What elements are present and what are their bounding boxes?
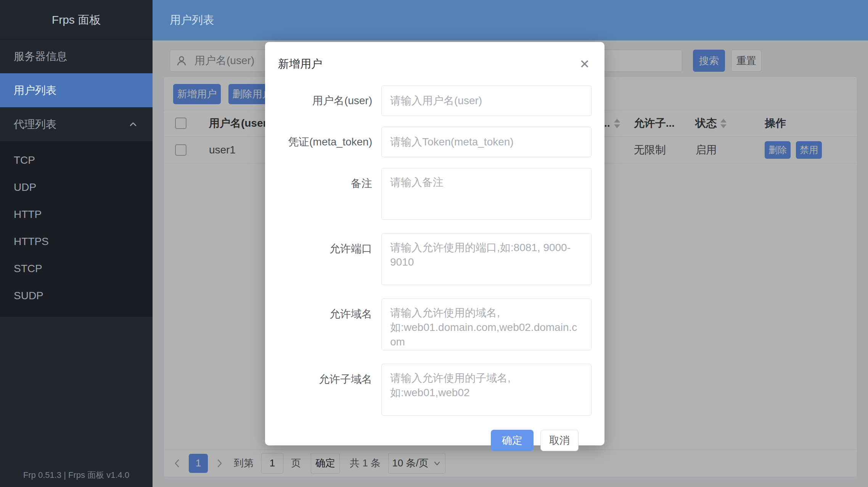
- field-label: 备注: [265, 168, 381, 223]
- allow-subdomains-textarea[interactable]: [381, 364, 592, 416]
- allow-domains-textarea[interactable]: [381, 298, 592, 350]
- proxy-submenu: TCP UDP HTTP HTTPS STCP SUDP: [0, 141, 153, 317]
- dialog-body: 用户名(user) 凭证(meta_token) 备注 允许端口 允许域名 允许: [265, 76, 604, 451]
- version-text: Frp 0.51.3 | Frps 面板 v1.4.0: [0, 469, 153, 481]
- field-label: 用户名(user): [265, 85, 381, 116]
- dialog-header: 新增用户 ✕: [265, 42, 604, 76]
- sidebar-item-label: SUDP: [14, 290, 43, 302]
- sidebar-item-stcp[interactable]: STCP: [0, 255, 153, 282]
- sidebar-item-label: STCP: [14, 263, 42, 275]
- app-root: Frps 面板 服务器信息 用户列表 代理列表 TCP UDP HTTP HTT…: [0, 0, 868, 487]
- topbar: 用户列表: [153, 0, 868, 40]
- token-input[interactable]: [381, 127, 592, 157]
- sidebar-item-proxy-list[interactable]: 代理列表: [0, 107, 153, 141]
- cancel-button[interactable]: 取消: [540, 430, 579, 451]
- add-user-dialog: 新增用户 ✕ 用户名(user) 凭证(meta_token) 备注 允许端口: [265, 42, 604, 445]
- allow-domains-field-row: 允许域名: [265, 298, 592, 353]
- sidebar: Frps 面板 服务器信息 用户列表 代理列表 TCP UDP HTTP HTT…: [0, 0, 153, 487]
- sidebar-item-label: UDP: [14, 181, 36, 194]
- allow-subdomains-field-row: 允许子域名: [265, 364, 592, 418]
- app-title: Frps 面板: [0, 0, 153, 39]
- ok-button[interactable]: 确定: [491, 430, 534, 451]
- allow-ports-textarea[interactable]: [381, 233, 592, 285]
- dialog-title: 新增用户: [278, 56, 578, 72]
- sidebar-item-https[interactable]: HTTPS: [0, 228, 153, 255]
- username-input[interactable]: [381, 85, 592, 116]
- sidebar-item-label: HTTP: [14, 208, 42, 221]
- sidebar-item-udp[interactable]: UDP: [0, 174, 153, 201]
- allow-ports-field-row: 允许端口: [265, 233, 592, 288]
- username-field-row: 用户名(user): [265, 85, 592, 116]
- sidebar-item-http[interactable]: HTTP: [0, 201, 153, 228]
- close-icon: ✕: [580, 57, 590, 71]
- field-label: 凭证(meta_token): [265, 127, 381, 157]
- sidebar-item-label: TCP: [14, 154, 35, 166]
- sidebar-item-label: 服务器信息: [14, 49, 67, 64]
- comment-textarea[interactable]: [381, 168, 592, 220]
- sidebar-item-tcp[interactable]: TCP: [0, 147, 153, 174]
- field-label: 允许端口: [265, 233, 381, 288]
- chevron-up-icon: [127, 119, 139, 130]
- sidebar-item-label: HTTPS: [14, 235, 49, 248]
- field-label: 允许域名: [265, 298, 381, 353]
- sidebar-item-user-list[interactable]: 用户列表: [0, 73, 153, 107]
- close-button[interactable]: ✕: [578, 57, 592, 71]
- sidebar-item-label: 代理列表: [14, 117, 56, 132]
- comment-field-row: 备注: [265, 168, 592, 223]
- sidebar-item-server-info[interactable]: 服务器信息: [0, 39, 153, 73]
- token-field-row: 凭证(meta_token): [265, 127, 592, 157]
- field-label: 允许子域名: [265, 364, 381, 418]
- page-title: 用户列表: [170, 13, 214, 28]
- dialog-footer: 确定 取消: [265, 430, 592, 451]
- sidebar-item-sudp[interactable]: SUDP: [0, 282, 153, 309]
- sidebar-item-label: 用户列表: [14, 83, 56, 98]
